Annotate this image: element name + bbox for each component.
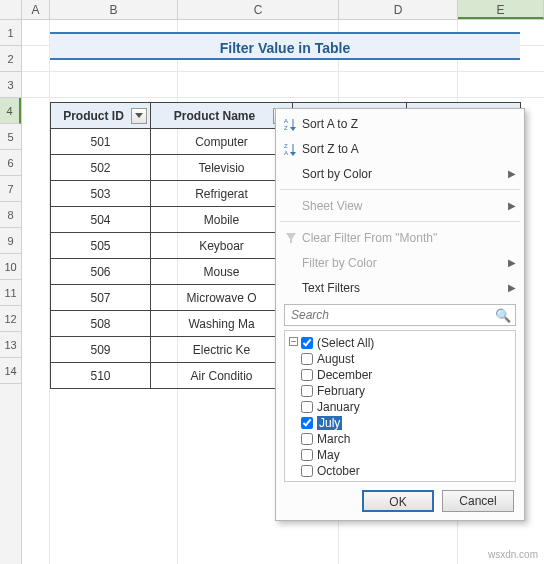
clear-filter: Clear Filter From "Month": [276, 225, 524, 250]
filter-check-item[interactable]: –(Select All): [287, 335, 513, 351]
filter-checklist[interactable]: –(Select All)AugustDecemberFebruaryJanua…: [284, 330, 516, 482]
header-label: Product Name: [174, 109, 255, 123]
sort-za[interactable]: ZA Sort Z to A: [276, 136, 524, 161]
svg-marker-0: [135, 113, 143, 118]
filter-check-item[interactable]: July: [287, 415, 513, 431]
row-header[interactable]: 6: [0, 150, 21, 176]
col-header-A[interactable]: A: [22, 0, 50, 19]
filter-check-item[interactable]: August: [287, 351, 513, 367]
row-header[interactable]: 2: [0, 46, 21, 72]
filter-check-item[interactable]: January: [287, 399, 513, 415]
chevron-down-icon: [135, 113, 143, 119]
submenu-arrow-icon: ▶: [508, 168, 516, 179]
page-title: Filter Value in Table: [50, 32, 520, 60]
col-header-E[interactable]: E: [458, 0, 544, 19]
menu-label: Sheet View: [302, 199, 363, 213]
submenu-arrow-icon: ▶: [508, 257, 516, 268]
filter-checkbox[interactable]: [301, 465, 313, 477]
column-headers: A B C D E: [0, 0, 544, 20]
svg-marker-7: [290, 127, 296, 131]
row-header[interactable]: 5: [0, 124, 21, 150]
filter-item-label: January: [317, 400, 360, 414]
filter-check-item[interactable]: October: [287, 463, 513, 479]
svg-text:Z: Z: [284, 125, 288, 131]
filter-checkbox[interactable]: [301, 385, 313, 397]
search-box[interactable]: 🔍: [284, 304, 516, 326]
menu-label: Sort Z to A: [302, 142, 359, 156]
sort-by-color[interactable]: Sort by Color ▶: [276, 161, 524, 186]
filter-checkbox[interactable]: [301, 401, 313, 413]
filter-checkbox[interactable]: [301, 353, 313, 365]
col-header-B[interactable]: B: [50, 0, 178, 19]
filter-item-label: October: [317, 464, 360, 478]
search-input[interactable]: [289, 307, 495, 323]
text-filters[interactable]: Text Filters ▶: [276, 275, 524, 300]
filter-checkbox[interactable]: [301, 449, 313, 461]
select-all-corner[interactable]: [0, 0, 22, 19]
filter-item-label: August: [317, 352, 354, 366]
col-header-C[interactable]: C: [178, 0, 339, 19]
row-header[interactable]: 10: [0, 254, 21, 280]
filter-check-item[interactable]: February: [287, 383, 513, 399]
filter-item-label: July: [317, 416, 342, 430]
filter-by-color: Filter by Color ▶: [276, 250, 524, 275]
tree-collapse-icon[interactable]: –: [289, 337, 298, 346]
header-product-id[interactable]: Product ID: [51, 103, 151, 129]
row-header[interactable]: 9: [0, 228, 21, 254]
row-header[interactable]: 4: [0, 98, 21, 124]
svg-marker-11: [290, 152, 296, 156]
row-header[interactable]: 7: [0, 176, 21, 202]
svg-text:A: A: [284, 118, 288, 124]
filter-checkbox[interactable]: [301, 433, 313, 445]
row-header[interactable]: 1: [0, 20, 21, 46]
col-header-D[interactable]: D: [339, 0, 458, 19]
row-header[interactable]: 14: [0, 358, 21, 384]
filter-item-label: March: [317, 432, 350, 446]
svg-text:A: A: [284, 150, 288, 156]
filter-check-item[interactable]: March: [287, 431, 513, 447]
filter-check-item[interactable]: December: [287, 367, 513, 383]
separator: [280, 189, 520, 190]
filter-item-label: February: [317, 384, 365, 398]
sheet-view: Sheet View ▶: [276, 193, 524, 218]
filter-item-label: (Select All): [317, 336, 374, 350]
row-header[interactable]: 12: [0, 306, 21, 332]
separator: [280, 221, 520, 222]
menu-label: Text Filters: [302, 281, 360, 295]
filter-checkbox[interactable]: [301, 369, 313, 381]
menu-label: Filter by Color: [302, 256, 377, 270]
submenu-arrow-icon: ▶: [508, 282, 516, 293]
search-icon: 🔍: [495, 308, 511, 323]
filter-checkbox[interactable]: [301, 417, 313, 429]
sort-za-icon: ZA: [280, 142, 302, 156]
ok-button[interactable]: OK: [362, 490, 434, 512]
row-header[interactable]: 8: [0, 202, 21, 228]
filter-item-label: December: [317, 368, 372, 382]
header-label: Product ID: [63, 109, 124, 123]
filter-checkbox[interactable]: [301, 337, 313, 349]
menu-label: Sort A to Z: [302, 117, 358, 131]
cancel-button[interactable]: Cancel: [442, 490, 514, 512]
filter-button[interactable]: [131, 108, 147, 124]
clear-filter-icon: [280, 231, 302, 245]
filter-item-label: May: [317, 448, 340, 462]
filter-check-item[interactable]: May: [287, 447, 513, 463]
menu-label: Clear Filter From "Month": [302, 231, 437, 245]
row-headers: 1 2 3 4 5 6 7 8 9 10 11 12 13 14: [0, 20, 22, 564]
sort-az[interactable]: AZ Sort A to Z: [276, 111, 524, 136]
row-header[interactable]: 13: [0, 332, 21, 358]
svg-text:Z: Z: [284, 143, 288, 149]
watermark: wsxdn.com: [488, 549, 538, 560]
submenu-arrow-icon: ▶: [508, 200, 516, 211]
row-header[interactable]: 3: [0, 72, 21, 98]
svg-marker-12: [286, 233, 296, 243]
menu-label: Sort by Color: [302, 167, 372, 181]
row-header[interactable]: 11: [0, 280, 21, 306]
header-product-name[interactable]: Product Name: [151, 103, 293, 129]
filter-dropdown: AZ Sort A to Z ZA Sort Z to A Sort by Co…: [275, 108, 525, 521]
sort-az-icon: AZ: [280, 117, 302, 131]
